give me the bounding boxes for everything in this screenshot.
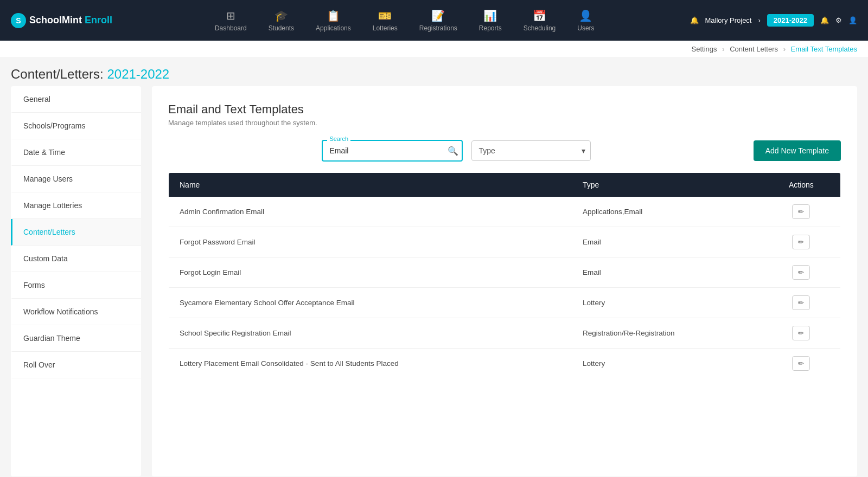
bell-icon[interactable]: 🔔	[820, 16, 829, 24]
sidebar-item-custom-data[interactable]: Custom Data	[11, 246, 141, 272]
nav-item-lotteries[interactable]: 🎫Lotteries	[362, 4, 409, 37]
scheduling-icon: 📅	[533, 9, 546, 22]
nav-label-lotteries: Lotteries	[373, 24, 398, 32]
nav-label-reports: Reports	[479, 24, 502, 32]
search-label: Search	[327, 136, 350, 142]
nav-label-dashboard: Dashboard	[215, 24, 247, 32]
type-select[interactable]: Type Email Lottery Registration/Re-Regis…	[471, 140, 591, 161]
table-row: Admin Confirmation Email Applications,Em…	[169, 197, 841, 227]
sidebar-item-guardian-theme[interactable]: Guardian Theme	[11, 325, 141, 352]
table-row: Lottery Placement Email Consolidated - S…	[169, 349, 841, 379]
cell-actions-2: ✏	[762, 257, 841, 288]
sidebar-item-forms[interactable]: Forms	[11, 272, 141, 299]
col-type: Type	[572, 173, 762, 197]
add-new-template-button[interactable]: Add New Template	[754, 140, 841, 161]
cell-actions-5: ✏	[762, 349, 841, 379]
user-icon[interactable]: 👤	[848, 16, 857, 24]
breadcrumb-content-letters[interactable]: Content Letters	[730, 45, 778, 53]
students-icon: 🎓	[275, 9, 288, 22]
main-content: Email and Text Templates Manage template…	[152, 86, 857, 476]
nav-label-scheduling: Scheduling	[524, 24, 556, 32]
cell-type-4: Registration/Re-Registration	[572, 318, 762, 349]
sidebar-item-content-letters[interactable]: Content/Letters	[11, 219, 141, 246]
sidebar: GeneralSchools/ProgramsDate & TimeManage…	[11, 86, 141, 476]
nav-item-dashboard[interactable]: ⊞Dashboard	[204, 4, 258, 37]
search-input[interactable]	[322, 140, 463, 162]
toolbar: Search 🔍 Type Email Lottery Registration…	[168, 140, 841, 162]
cell-actions-0: ✏	[762, 197, 841, 227]
search-group: Search 🔍	[322, 140, 463, 162]
nav-item-scheduling[interactable]: 📅Scheduling	[513, 4, 566, 37]
table-row: School Specific Registration Email Regis…	[169, 318, 841, 349]
cell-type-5: Lottery	[572, 349, 762, 379]
settings-icon[interactable]: ⚙	[835, 16, 842, 24]
cell-type-0: Applications,Email	[572, 197, 762, 227]
table-row: Forgot Login Email Email ✏	[169, 257, 841, 288]
nav-item-students[interactable]: 🎓Students	[258, 4, 305, 37]
registrations-icon: 📝	[431, 9, 445, 22]
chevron-icon: ›	[758, 16, 760, 24]
sep2: ›	[783, 45, 786, 53]
cell-name-4: School Specific Registration Email	[169, 318, 572, 349]
nav-item-registrations[interactable]: 📝Registrations	[409, 4, 468, 37]
nav-item-applications[interactable]: 📋Applications	[305, 4, 362, 37]
nav-user-name: Mallory Project	[705, 16, 752, 24]
sep1: ›	[722, 45, 724, 53]
nav-label-students: Students	[269, 24, 294, 32]
sidebar-item-roll-over[interactable]: Roll Over	[11, 352, 141, 378]
nav-item-reports[interactable]: 📊Reports	[468, 4, 513, 37]
cell-type-1: Email	[572, 227, 762, 257]
table-body: Admin Confirmation Email Applications,Em…	[169, 197, 841, 379]
col-name: Name	[169, 173, 572, 197]
sidebar-item-schools-programs[interactable]: Schools/Programs	[11, 113, 141, 139]
applications-icon: 📋	[327, 9, 340, 22]
cell-actions-3: ✏	[762, 288, 841, 318]
edit-button-3[interactable]: ✏	[792, 295, 810, 310]
breadcrumb-settings[interactable]: Settings	[692, 45, 717, 53]
lotteries-icon: 🎫	[378, 9, 392, 22]
sidebar-item-date-time[interactable]: Date & Time	[11, 139, 141, 166]
section-title: Email and Text Templates	[168, 102, 841, 117]
table-row: Sycamore Elementary School Offer Accepta…	[169, 288, 841, 318]
page-title-area: Content/Letters: 2021-2022	[0, 58, 868, 86]
cell-type-3: Lottery	[572, 288, 762, 318]
top-nav: S SchoolMint Enroll ⊞Dashboard🎓Students📋…	[0, 0, 868, 41]
cell-name-1: Forgot Password Email	[169, 227, 572, 257]
edit-button-2[interactable]: ✏	[792, 265, 810, 280]
table-row: Forgot Password Email Email ✏	[169, 227, 841, 257]
edit-button-5[interactable]: ✏	[792, 356, 810, 371]
nav-label-registrations: Registrations	[419, 24, 457, 32]
cell-name-5: Lottery Placement Email Consolidated - S…	[169, 349, 572, 379]
edit-button-4[interactable]: ✏	[792, 326, 810, 340]
nav-user: 🔔	[690, 16, 699, 24]
users-icon: 👤	[579, 9, 592, 22]
type-select-group: Type Email Lottery Registration/Re-Regis…	[471, 140, 591, 161]
year-badge[interactable]: 2021-2022	[767, 14, 814, 27]
nav-item-users[interactable]: 👤Users	[566, 4, 605, 37]
reports-icon: 📊	[483, 9, 497, 22]
nav-items: ⊞Dashboard🎓Students📋Applications🎫Lotteri…	[119, 4, 690, 37]
search-icon-button[interactable]: 🔍	[448, 146, 458, 156]
nav-label-applications: Applications	[316, 24, 351, 32]
edit-button-0[interactable]: ✏	[792, 204, 810, 219]
nav-right: 🔔 Mallory Project › 2021-2022 🔔 ⚙ 👤	[690, 14, 857, 27]
breadcrumb: Settings › Content Letters › Email Text …	[0, 41, 868, 58]
sidebar-item-manage-lotteries[interactable]: Manage Lotteries	[11, 192, 141, 219]
cell-name-2: Forgot Login Email	[169, 257, 572, 288]
cell-actions-1: ✏	[762, 227, 841, 257]
toolbar-center: Search 🔍 Type Email Lottery Registration…	[168, 140, 745, 162]
cell-name-0: Admin Confirmation Email	[169, 197, 572, 227]
sidebar-item-manage-users[interactable]: Manage Users	[11, 166, 141, 192]
cell-actions-4: ✏	[762, 318, 841, 349]
logo[interactable]: S SchoolMint Enroll	[11, 13, 119, 28]
sidebar-item-general[interactable]: General	[11, 86, 141, 113]
breadcrumb-email-templates: Email Text Templates	[791, 45, 857, 53]
page-title: Content/Letters: 2021-2022	[11, 67, 857, 82]
dashboard-icon: ⊞	[226, 9, 235, 22]
nav-label-users: Users	[577, 24, 594, 32]
cell-type-2: Email	[572, 257, 762, 288]
data-table: Name Type Actions Admin Confirmation Ema…	[168, 172, 841, 379]
sidebar-item-workflow-notifications[interactable]: Workflow Notifications	[11, 299, 141, 325]
section-subtitle: Manage templates used throughout the sys…	[168, 119, 841, 127]
edit-button-1[interactable]: ✏	[792, 235, 810, 249]
